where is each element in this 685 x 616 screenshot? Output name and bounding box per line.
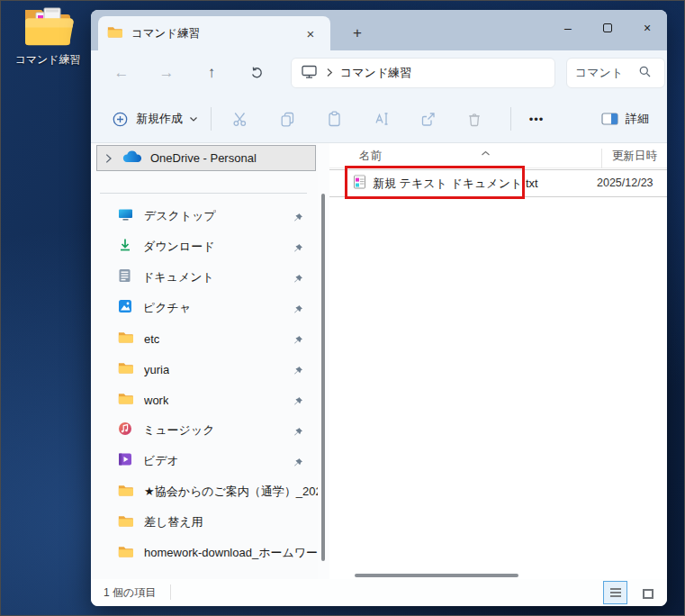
details-pane-label: 詳細 <box>626 111 649 127</box>
sidebar-item-homework-folder[interactable]: homework-download_ホームワーク <box>91 538 318 568</box>
pin-icon <box>293 364 303 380</box>
minimize-button[interactable]: – <box>548 10 588 46</box>
tab-close-button[interactable]: × <box>300 23 321 44</box>
folder-icon <box>118 392 133 408</box>
sidebar-item-documents[interactable]: ドキュメント <box>91 262 318 293</box>
sidebar-item-work[interactable]: work <box>91 385 318 415</box>
sidebar-item-label: ★協会からのご案内（通学）_2025 <box>144 484 318 500</box>
folder-icon <box>118 484 133 500</box>
large-icons-view-button[interactable] <box>637 583 659 604</box>
sidebar-item-label: ドキュメント <box>142 269 214 285</box>
share-icon <box>420 112 436 127</box>
share-button[interactable] <box>404 103 451 135</box>
details-view-button[interactable] <box>603 581 627 604</box>
window-close-button[interactable]: × <box>627 10 667 46</box>
title-bar: コマンド練習 × + – × <box>91 10 667 50</box>
pin-icon <box>293 241 303 258</box>
new-item-label: 新規作成 <box>136 111 183 127</box>
new-item-button[interactable]: 新規作成 <box>105 103 205 135</box>
sidebar-item-downloads[interactable]: ダウンロード <box>91 231 318 262</box>
copy-icon <box>280 112 295 127</box>
sidebar-item-label: yuria <box>144 363 169 376</box>
navigation-bar: ← → ↑ コマンド練 <box>91 50 667 95</box>
chevron-right-icon <box>104 153 113 164</box>
forward-button[interactable]: → <box>150 58 183 88</box>
cut-button[interactable] <box>217 103 264 135</box>
file-modified-date: 2025/12/23 <box>597 177 667 189</box>
pin-icon <box>293 333 303 349</box>
video-icon <box>118 452 132 470</box>
sidebar-item-kyokai-folder[interactable]: ★協会からのご案内（通学）_2025 <box>91 476 318 507</box>
column-header-modified[interactable]: 更新日時 <box>601 149 667 168</box>
folder-with-files-icon <box>22 5 74 50</box>
more-options-button[interactable]: ••• <box>517 103 556 135</box>
pin-icon <box>293 303 303 319</box>
chevron-down-icon <box>189 116 198 122</box>
sidebar-item-label: ミュージック <box>143 422 215 439</box>
sidebar-scrollbar[interactable] <box>321 194 325 561</box>
search-icon <box>638 65 652 82</box>
refresh-icon <box>249 66 264 80</box>
sidebar-item-onedrive[interactable]: OneDrive - Personal <box>96 145 316 171</box>
copy-button[interactable] <box>264 103 311 135</box>
up-button[interactable]: ↑ <box>195 58 228 88</box>
search-input[interactable] <box>575 67 638 80</box>
sidebar-item-label: ビデオ <box>143 453 179 469</box>
column-header-name[interactable]: 名前 <box>359 149 382 164</box>
item-count: 1 個の項目 <box>104 585 156 601</box>
tab-command-practice[interactable]: コマンド練習 × <box>98 16 330 50</box>
address-bar[interactable]: コマンド練習 <box>291 58 555 88</box>
sidebar-item-pictures[interactable]: ピクチャ <box>91 293 318 323</box>
thumbnail-view-icon <box>643 589 653 599</box>
delete-button[interactable] <box>451 103 498 135</box>
folder-icon <box>118 514 133 530</box>
trash-icon <box>467 112 482 127</box>
sidebar-item-label: 差し替え用 <box>144 514 203 530</box>
desktop-shortcut[interactable]: コマンド練習 <box>10 5 86 68</box>
sidebar-item-music[interactable]: ミュージック <box>91 415 318 446</box>
document-icon <box>118 268 131 286</box>
this-pc-icon <box>301 64 318 83</box>
sidebar-item-sashikae-folder[interactable]: 差し替え用 <box>91 507 318 538</box>
download-icon <box>118 238 132 256</box>
content-area: OneDrive - Personal デス <box>91 143 667 579</box>
maximize-button[interactable] <box>588 10 627 46</box>
annotation-highlight-rectangle <box>345 166 525 199</box>
onedrive-cloud-icon <box>122 150 141 167</box>
sidebar-item-desktop[interactable]: デスクトップ <box>91 201 318 231</box>
sidebar-divider <box>100 193 307 194</box>
pictures-icon <box>118 299 132 317</box>
list-view-icon <box>609 587 622 598</box>
folder-icon <box>118 545 133 561</box>
sidebar-item-label: ダウンロード <box>143 239 215 255</box>
pin-icon <box>293 211 303 227</box>
paste-button[interactable] <box>311 103 357 135</box>
details-pane-toggle[interactable]: 詳細 <box>596 103 654 135</box>
refresh-button[interactable] <box>240 58 273 88</box>
search-box[interactable] <box>566 58 665 88</box>
command-toolbar: 新規作成 <box>91 95 667 143</box>
sidebar-item-etc[interactable]: etc <box>91 323 318 354</box>
back-button[interactable]: ← <box>105 58 138 88</box>
paste-icon <box>327 111 342 127</box>
sidebar-item-label: デスクトップ <box>144 208 216 224</box>
toolbar-separator-2 <box>510 107 511 131</box>
sort-ascending-icon[interactable] <box>481 144 491 160</box>
explorer-window: コマンド練習 × + – × ← → ↑ <box>91 10 667 606</box>
new-tab-button[interactable]: + <box>345 21 370 46</box>
folder-icon <box>107 25 122 41</box>
pin-icon <box>293 272 303 288</box>
details-pane-icon <box>601 112 618 126</box>
file-list: 名前 更新日時 <box>329 143 667 579</box>
pin-icon <box>293 456 303 472</box>
desktop-icon <box>118 208 133 225</box>
address-path: コマンド練習 <box>340 65 411 81</box>
sidebar-item-videos[interactable]: ビデオ <box>91 446 318 476</box>
sidebar-item-yuria[interactable]: yuria <box>91 354 318 385</box>
horizontal-scrollbar[interactable] <box>355 574 518 577</box>
rename-button[interactable] <box>357 103 404 135</box>
plus-circle-icon <box>113 112 128 127</box>
sidebar-item-label: homework-download_ホームワーク <box>144 545 318 561</box>
maximize-icon <box>603 23 612 32</box>
cut-icon <box>232 112 248 127</box>
